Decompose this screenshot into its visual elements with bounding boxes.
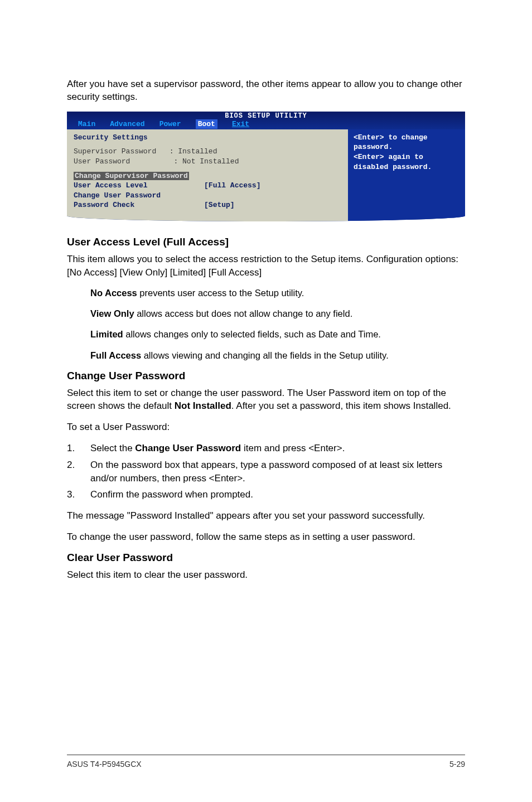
opt-limited: Limited allows changes only to selected … [90, 328, 465, 341]
footer-right: 5-29 [449, 760, 465, 769]
bios-right-panel: <Enter> to change password. <Enter> agai… [348, 129, 465, 221]
help-l2: password. [354, 142, 460, 152]
access-row: User Access Level [Full Access] [74, 181, 341, 191]
help-l3: <Enter> again to [354, 152, 460, 162]
tab-main: Main [78, 119, 95, 129]
change-user-p1: Select this item to set or change the us… [67, 386, 465, 413]
supervisor-row: Supervisor Password : Installed [74, 147, 341, 157]
change-user-p4: To change the user password, follow the … [67, 530, 465, 544]
heading-user-access: User Access Level (Full Access] [67, 236, 465, 248]
help-l4: disabled password. [354, 162, 460, 172]
bios-screenshot: BIOS SETUP UTILITY Main Advanced Power B… [67, 112, 465, 221]
opt-full-access: Full Access allows viewing and changing … [90, 349, 465, 362]
steps-list: 1.Select the Change User Password item a… [67, 442, 465, 501]
opt-no-access: No Access prevents user access to the Se… [90, 287, 465, 299]
user-access-desc: This item allows you to select the acces… [67, 253, 465, 279]
step-2: 2.On the password box that appears, type… [67, 458, 465, 485]
change-user-p3: The message "Password Installed" appears… [67, 509, 465, 523]
opt-view-only: View Only allows access but does not all… [90, 307, 465, 320]
step-1: 1.Select the Change User Password item a… [67, 442, 465, 455]
intro-text: After you have set a supervisor password… [67, 78, 465, 104]
bios-title: BIOS SETUP UTILITY [225, 112, 307, 120]
heading-clear-user: Clear User Password [67, 552, 465, 564]
tab-boot: Boot [196, 119, 217, 129]
clear-user-p: Select this item to clear the user passw… [67, 568, 465, 582]
tab-exit: Exit [232, 119, 249, 129]
change-user: Change User Password [74, 191, 341, 201]
bios-left-panel: Security Settings Supervisor Password : … [67, 129, 348, 221]
help-l1: <Enter> to change [354, 133, 460, 143]
tab-advanced: Advanced [110, 119, 144, 129]
bios-body: Security Settings Supervisor Password : … [67, 129, 465, 221]
footer-left: ASUS T4-P5945GCX [67, 760, 142, 769]
userpw-row: User Password : Not Installed [74, 157, 341, 167]
page-footer: ASUS T4-P5945GCX 5-29 [67, 755, 465, 769]
heading-change-user: Change User Password [67, 370, 465, 382]
tab-power: Power [159, 119, 181, 129]
change-supervisor: Change Supervisor Password [74, 171, 341, 181]
change-user-p2: To set a User Password: [67, 421, 465, 434]
security-heading: Security Settings [74, 133, 341, 143]
step-3: 3.Confirm the password when prompted. [67, 488, 465, 501]
check-row: Password Check [Setup] [74, 200, 341, 210]
bios-header: BIOS SETUP UTILITY Main Advanced Power B… [67, 112, 465, 129]
